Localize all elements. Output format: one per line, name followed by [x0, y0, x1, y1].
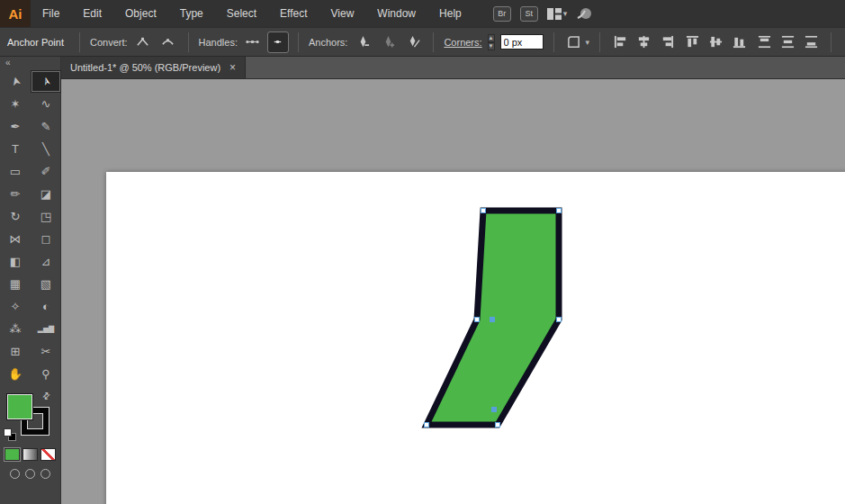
draw-inside-icon[interactable]: [40, 469, 50, 479]
symbol-sprayer-tool[interactable]: ⁂: [0, 318, 31, 340]
document-tab[interactable]: Untitled-1* @ 50% (RGB/Preview) ×: [61, 57, 246, 78]
pencil-tool[interactable]: ✏: [0, 183, 31, 205]
type-tool[interactable]: T: [0, 138, 31, 160]
separator: [599, 32, 600, 52]
convert-to-smooth-icon[interactable]: [158, 32, 178, 52]
paintbrush-tool[interactable]: ✐: [31, 160, 61, 183]
selection-tool[interactable]: ➤: [0, 70, 31, 93]
align-left-icon[interactable]: [610, 32, 630, 52]
anchors-label: Anchors:: [309, 37, 347, 48]
anchor-point[interactable]: [492, 408, 497, 412]
anchor-point[interactable]: [481, 209, 486, 213]
swap-fill-stroke-icon[interactable]: ⇄: [40, 390, 52, 402]
stock-button[interactable]: St: [520, 6, 538, 22]
align-top-icon[interactable]: [682, 32, 702, 52]
mesh-tool[interactable]: ▦: [0, 273, 31, 295]
color-mode-button[interactable]: [4, 448, 20, 461]
distribute-bottom-icon[interactable]: [801, 32, 821, 52]
anchor-point[interactable]: [425, 423, 429, 428]
canvas-overlay: [61, 79, 845, 482]
slice-tool[interactable]: ✂: [31, 340, 61, 363]
remove-anchor-icon[interactable]: [353, 32, 373, 52]
panel-collapse-button[interactable]: «: [0, 57, 60, 70]
illustrator-logo[interactable]: Ai: [0, 0, 31, 27]
direct-selection-tool[interactable]: ➢: [31, 70, 61, 93]
shape-builder-tool[interactable]: ◧: [0, 250, 31, 273]
eyedropper-tool[interactable]: ✧: [0, 295, 31, 318]
scale-tool[interactable]: ◳: [31, 205, 61, 228]
menu-view[interactable]: View: [319, 0, 366, 27]
curvature-tool[interactable]: ✎: [31, 115, 61, 138]
menu-help[interactable]: Help: [427, 0, 473, 27]
hide-handles-icon[interactable]: [268, 32, 288, 52]
menu-select[interactable]: Select: [215, 0, 268, 27]
anchor-point[interactable]: [490, 318, 495, 322]
none-mode-button[interactable]: [40, 448, 56, 461]
default-fill-chip: [4, 428, 12, 436]
distribute-vertical-center-icon[interactable]: [778, 32, 797, 52]
drawing-mode-buttons: [0, 469, 60, 479]
gpu-performance-icon[interactable]: [576, 6, 594, 21]
perspective-grid-tool[interactable]: ⊿: [31, 250, 61, 273]
stepper-down-icon[interactable]: ▼: [488, 42, 495, 50]
convert-to-corner-icon[interactable]: [133, 32, 153, 52]
add-anchor-icon[interactable]: [378, 32, 398, 52]
align-horizontal-center-icon[interactable]: [634, 32, 653, 52]
menu-type[interactable]: Type: [168, 0, 215, 27]
artboard-tool[interactable]: ⊞: [0, 340, 31, 363]
align-bottom-icon[interactable]: [729, 32, 749, 52]
free-transform-tool[interactable]: ◻: [31, 228, 61, 250]
pen-tool[interactable]: ✒: [0, 115, 31, 138]
corners-input[interactable]: [500, 34, 544, 50]
menu-effect[interactable]: Effect: [268, 0, 319, 27]
hand-tool[interactable]: ✋: [0, 363, 31, 385]
align-right-icon[interactable]: [657, 32, 677, 52]
workspace: « ➤ ➢ ✶ ∿ ✒ ✎ T ╲ ▭ ✐ ✏ ◪ ↻ ◳ ⋈ ◻ ◧ ⊿ ▦ …: [0, 57, 845, 504]
menu-edit[interactable]: Edit: [71, 0, 113, 27]
align-vertical-center-icon[interactable]: [706, 32, 725, 52]
rectangle-tool[interactable]: ▭: [0, 160, 31, 183]
close-icon[interactable]: ×: [229, 61, 236, 74]
gradient-mode-button[interactable]: [22, 448, 38, 461]
tools-grid: ➤ ➢ ✶ ∿ ✒ ✎ T ╲ ▭ ✐ ✏ ◪ ↻ ◳ ⋈ ◻ ◧ ⊿ ▦ ▧ …: [0, 70, 60, 385]
viewport[interactable]: [61, 79, 845, 504]
anchor-point[interactable]: [557, 209, 562, 213]
workspace-switcher[interactable]: ▾: [547, 8, 568, 20]
eraser-tool[interactable]: ◪: [31, 183, 61, 205]
anchor-point[interactable]: [496, 423, 500, 428]
corners-stepper[interactable]: ▲ ▼: [488, 34, 495, 50]
line-segment-tool[interactable]: ╲: [31, 138, 61, 160]
menu-window[interactable]: Window: [365, 0, 427, 27]
fill-swatch[interactable]: [6, 393, 33, 420]
bridge-button[interactable]: Br: [493, 6, 511, 22]
separator: [553, 32, 554, 52]
gradient-tool[interactable]: ▧: [31, 273, 61, 295]
rotate-tool[interactable]: ↻: [0, 205, 31, 228]
show-handles-icon[interactable]: [243, 32, 263, 52]
anchor-point[interactable]: [557, 318, 562, 322]
zoom-tool[interactable]: ⚲: [31, 363, 61, 385]
isolate-selected-object-button[interactable]: ▾: [564, 32, 590, 52]
lasso-tool[interactable]: ∿: [31, 93, 61, 115]
magic-wand-tool[interactable]: ✶: [0, 93, 31, 115]
draw-normal-icon[interactable]: [10, 469, 20, 479]
blend-tool[interactable]: ◐: [31, 295, 61, 318]
distribute-top-icon[interactable]: [754, 32, 774, 52]
separator: [298, 32, 299, 52]
cut-path-icon[interactable]: [403, 32, 423, 52]
document-tab-strip: Untitled-1* @ 50% (RGB/Preview) ×: [61, 57, 845, 79]
anchor-point[interactable]: [475, 318, 480, 322]
distribute-left-icon[interactable]: [841, 32, 845, 52]
stepper-up-icon[interactable]: ▲: [488, 34, 495, 42]
document-tab-title: Untitled-1* @ 50% (RGB/Preview): [70, 62, 220, 73]
separator: [433, 32, 434, 52]
menu-file[interactable]: File: [31, 0, 71, 27]
separator: [831, 32, 832, 52]
width-tool[interactable]: ⋈: [0, 228, 31, 250]
column-graph-tool[interactable]: ▂▅▇: [31, 318, 61, 340]
default-fill-stroke-icon[interactable]: [4, 428, 16, 441]
corners-label[interactable]: Corners:: [444, 37, 481, 48]
menu-object[interactable]: Object: [113, 0, 168, 27]
draw-behind-icon[interactable]: [25, 469, 35, 479]
chevron-down-icon: ▾: [563, 9, 568, 18]
